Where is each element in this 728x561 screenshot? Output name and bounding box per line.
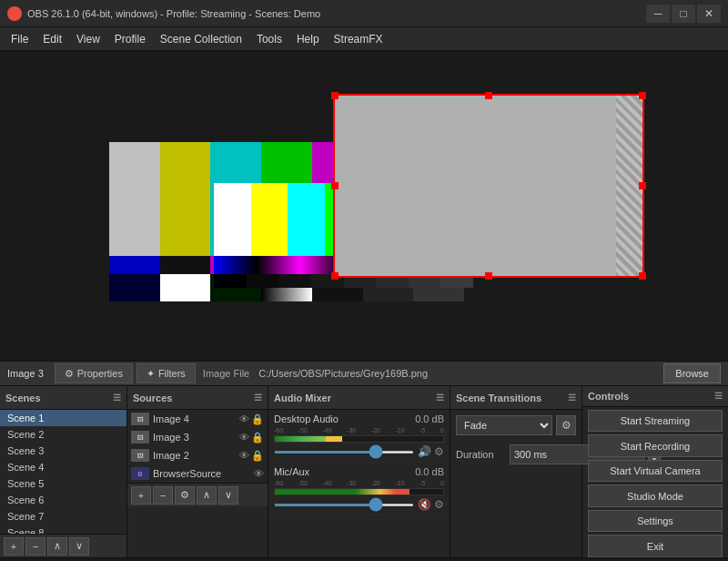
source-thumb: 🖼 [131,413,149,425]
sources-list: 🖼 Image 4 👁 🔒 🖼 Image 3 👁 🔒 🖼 Image 2 [127,410,268,483]
scene-item[interactable]: Scene 3 [0,443,126,459]
mic-mute-button[interactable]: 🔇 [418,498,431,511]
transition-gear-button[interactable]: ⚙ [556,415,576,435]
source-visibility-icon[interactable]: 👁 [239,413,249,425]
grey-image [334,95,643,277]
source-visibility-icon[interactable]: 👁 [239,432,249,444]
meter-scale-mic: -60-50-40-30-20-10-50 [274,480,444,486]
source-visibility-icon[interactable]: 👁 [254,468,264,479]
mic-audio-label: Mic/Aux [274,466,309,477]
scene-item[interactable]: Scene 8 [0,525,126,534]
scene-item[interactable]: Scene 2 [0,426,126,443]
source-thumb: B [131,467,149,480]
source-actions: 👁 [254,468,264,479]
sources-footer: + − ⚙ ∧ ∨ [127,483,268,506]
browse-button[interactable]: Browse [663,363,721,383]
controls-menu-icon[interactable]: ☰ [714,391,723,401]
sources-title: Sources [133,393,172,403]
desktop-cog-button[interactable]: ⚙ [434,445,444,458]
menu-view[interactable]: View [69,29,107,49]
audio-header: Audio Mixer ☰ [268,386,450,410]
filters-button[interactable]: ✦ Filters [136,363,196,383]
scene-item[interactable]: Scene 6 [0,492,126,508]
scenes-menu-icon[interactable]: ☰ [113,393,121,403]
filters-icon: ✦ [147,368,155,380]
remove-source-button[interactable]: − [153,486,173,505]
source-item[interactable]: 🖼 Image 2 👁 🔒 [127,446,268,464]
mic-cog-button[interactable]: ⚙ [434,498,444,511]
desktop-meter [274,435,444,443]
source-lock-icon[interactable]: 🔒 [251,432,264,444]
move-scene-down-button[interactable]: ∨ [69,537,89,556]
minimize-button[interactable]: ─ [646,5,670,23]
exit-button[interactable]: Exit [588,535,723,557]
start-virtual-camera-button[interactable]: Start Virtual Camera [588,460,723,483]
move-source-down-button[interactable]: ∨ [218,486,238,505]
controls-panel: Controls ☰ Start Streaming Start Recordi… [582,386,728,557]
studio-mode-button[interactable]: Studio Mode [588,484,723,507]
source-item[interactable]: 🖼 Image 3 👁 🔒 [127,428,268,446]
transition-type-row: Fade Cut Swipe ⚙ [450,410,581,441]
source-actions: 👁 🔒 [239,413,264,425]
duration-label: Duration [456,449,506,460]
add-source-button[interactable]: + [131,486,151,505]
scenes-panel: Scenes ☰ Scene 1 Scene 2 Scene 3 Scene 4… [0,386,127,557]
source-name: Image 4 [153,413,236,424]
move-source-up-button[interactable]: ∧ [197,486,217,505]
remove-scene-button[interactable]: − [25,537,46,556]
source-visibility-icon[interactable]: 👁 [239,450,249,462]
selected-source-label: Image 3 [7,368,44,379]
close-button[interactable]: ✕ [697,5,721,23]
infobar: Image 3 ⚙ Properties ✦ Filters Image Fil… [0,361,728,386]
menu-help[interactable]: Help [289,29,327,49]
scenes-header: Scenes ☰ [0,386,126,410]
source-actions: 👁 🔒 [239,432,264,444]
image-file-label: Image File [203,368,249,379]
filters-label: Filters [158,368,186,379]
menu-scene-collection[interactable]: Scene Collection [153,29,249,49]
scene-item[interactable]: Scene 1 [0,410,126,426]
menu-tools[interactable]: Tools [249,29,289,49]
add-scene-button[interactable]: + [4,537,24,556]
transitions-title: Scene Transitions [456,393,541,403]
sources-menu-icon[interactable]: ☰ [254,393,262,403]
settings-button[interactable]: Settings [588,510,723,533]
scene-item[interactable]: Scene 5 [0,475,126,492]
transition-type-select[interactable]: Fade Cut Swipe [456,415,552,435]
menu-edit[interactable]: Edit [35,29,69,49]
scene-item[interactable]: Scene 4 [0,459,126,475]
filepath-value: C:/Users/OBS/Pictures/Grey169B.png [258,368,660,379]
source-item[interactable]: 🖼 Image 4 👁 🔒 [127,410,268,428]
audio-track-mic: Mic/Aux 0.0 dB -60-50-40-30-20-10-50 🔇 ⚙ [268,463,450,515]
preview-area [0,51,728,361]
window-title: OBS 26.1.0 (64-bit, windows) - Profile: … [27,8,646,19]
statusbar: 🎙 LIVE: 00:00:00 REC: 00:00:00 | CPU: 0.… [0,557,728,561]
controls-title: Controls [588,391,629,402]
titlebar: OBS 26.1.0 (64-bit, windows) - Profile: … [0,0,728,27]
audio-track-header: Mic/Aux 0.0 dB [274,466,444,477]
menu-streamfx[interactable]: StreamFX [327,29,390,49]
desktop-audio-controls: 🔊 ⚙ [418,445,444,458]
source-lock-icon[interactable]: 🔒 [251,450,264,462]
menu-file[interactable]: File [4,29,35,49]
source-item[interactable]: B BrowserSource 👁 [127,464,268,483]
audio-menu-icon[interactable]: ☰ [436,393,444,403]
start-recording-button[interactable]: Start Recording [588,434,723,457]
desktop-fader[interactable] [274,451,414,454]
maximize-button[interactable]: □ [672,5,695,23]
desktop-mute-button[interactable]: 🔊 [418,445,431,458]
transitions-menu-icon[interactable]: ☰ [568,393,576,403]
audio-title: Audio Mixer [274,393,331,403]
menu-profile[interactable]: Profile [107,29,153,49]
properties-button[interactable]: ⚙ Properties [55,363,133,383]
transition-duration-row: Duration ▲ ▼ [450,441,581,468]
source-thumb: 🖼 [131,431,149,444]
window-controls: ─ □ ✕ [646,5,721,23]
scenes-footer: + − ∧ ∨ [0,534,126,557]
source-lock-icon[interactable]: 🔒 [251,413,264,425]
move-scene-up-button[interactable]: ∧ [47,537,67,556]
mic-fader[interactable] [274,504,414,506]
scene-item[interactable]: Scene 7 [0,508,126,525]
source-settings-button[interactable]: ⚙ [175,486,195,505]
start-streaming-button[interactable]: Start Streaming [588,410,723,433]
